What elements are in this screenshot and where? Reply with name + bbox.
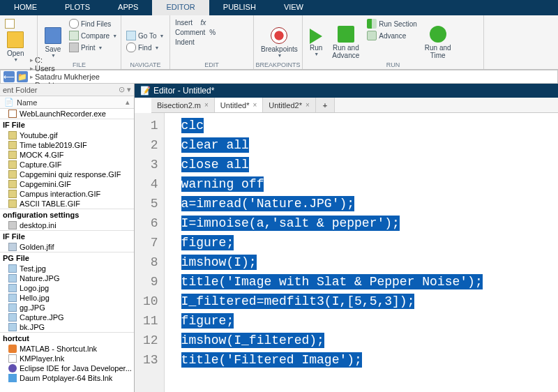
file-item[interactable]: Capture.JPG [0,312,134,322]
find-button[interactable]: Find▼ [124,42,166,53]
code-line[interactable]: warning off [181,174,558,194]
code-line[interactable]: title('Filtered Image'); [181,350,558,370]
breakpoints-group-label: BREAKPOINTS [254,61,302,68]
code-line[interactable]: I_filtered=medfilt3(I,[5,5,3]); [181,292,558,311]
editor-tab[interactable]: Untitled2*× [263,98,316,112]
goto-button[interactable]: Go To▼ [124,30,166,41]
new-tab-button[interactable]: + [316,98,335,112]
path-up-icon[interactable]: 📁 [17,71,28,82]
file-item[interactable]: Capture.GIF [0,160,134,169]
file-icon [8,221,17,229]
tab-view[interactable]: VIEW [270,0,317,15]
editor-title-bar: 📝 Editor - Untitled* [135,84,558,98]
run-and-time-button[interactable]: Run and Time [421,17,455,68]
file-name: Nature.JPG [20,274,59,282]
code-line[interactable]: clear all [181,135,558,155]
code-line[interactable]: imshow(I); [181,252,558,272]
find-files-button[interactable]: Find Files [67,18,119,29]
path-back-icon[interactable]: ⟵ [3,71,15,82]
file-item[interactable]: Time table2019.GIF [0,140,134,150]
code-area[interactable]: 12345678910111213 clcclear allclose allw… [135,113,558,392]
file-icon [8,170,17,179]
file-item[interactable]: gg.JPG [0,303,134,312]
code-line[interactable]: figure; [181,311,558,331]
breakpoints-button[interactable]: Breakpoints▼ [257,17,302,68]
file-icon [8,264,17,273]
code-line[interactable]: figure; [181,233,558,252]
file-name: Golden.jfif [20,243,54,251]
file-name: bk.JPG [20,323,45,331]
file-icon [8,323,17,331]
code-line[interactable]: clc [181,116,558,135]
run-group-label: RUN [303,61,483,68]
panel-dropdown-icon[interactable]: ⊙ ▾ [119,85,131,94]
code-line[interactable]: imshow(I_filtered); [181,331,558,350]
file-group-header: IF File [0,119,134,130]
file-item[interactable]: desktop.ini [0,220,134,230]
file-name: desktop.ini [20,221,56,229]
indent-button[interactable]: Indent [173,38,218,47]
path-segment[interactable]: ▸ Satadru Mukherjee [30,73,100,81]
code-lines[interactable]: clcclear allclose allwarning offa=imread… [165,113,558,392]
file-icon [8,160,17,169]
current-folder-panel: ent Folder⊙ ▾ 📄 Name ▴ WebLaunchRecorder… [0,84,135,392]
file-group-header: onfiguration settings [0,209,134,220]
close-icon[interactable]: × [306,101,310,109]
run-and-advance-button[interactable]: Run and Advance [328,17,363,68]
close-icon[interactable]: × [252,101,257,109]
file-item[interactable]: Capgemini.GIF [0,179,134,189]
main-tabs: HOMEPLOTSAPPSEDITORPUBLISHVIEW [0,0,558,15]
file-item[interactable]: Test.jpg [0,264,134,273]
file-item[interactable]: WebLaunchRecorder.exe [0,109,134,119]
file-icon [8,294,17,302]
file-item[interactable]: Campus interaction.GIF [0,189,134,199]
code-line[interactable]: title('Image with Slat & Pepper Noise'); [181,272,558,292]
tab-editor[interactable]: EDITOR [152,0,209,15]
print-button[interactable]: Print▼ [67,42,119,53]
file-item[interactable]: MOCK 4.GIF [0,150,134,160]
code-line[interactable]: I=imnoise(a,'salt & pepper'); [181,213,558,233]
file-name: WebLaunchRecorder.exe [20,110,106,118]
insert-button[interactable]: Insert fx [173,18,218,27]
editor-tab[interactable]: Untitled*× [215,98,263,112]
file-item[interactable]: Capgemini quiz response.GIF [0,169,134,179]
path-bar[interactable]: ⟵ 📁 ▸ C: ▸ Users ▸ Satadru Mukherjee ▸ D… [0,70,558,84]
file-item[interactable]: KMPlayer.lnk [0,354,134,363]
tab-publish[interactable]: PUBLISH [209,0,270,15]
file-item[interactable]: Hello.jpg [0,293,134,303]
code-line[interactable]: close all [181,155,558,174]
file-item[interactable]: ASCII TABLE.GIF [0,199,134,209]
name-column-header[interactable]: 📄 Name ▴ [0,96,134,109]
open-button[interactable]: Open▼ [3,30,28,63]
file-name: Capture.JPG [20,313,64,322]
file-item[interactable]: Nature.JPG [0,273,134,283]
run-button[interactable]: Run▼ [306,17,326,68]
file-name: Test.jpg [20,264,46,273]
file-item[interactable]: Youtube.gif [0,130,134,140]
file-item[interactable]: Daum Potplayer-64 Bits.lnk [0,373,134,383]
file-group-label: FILE [38,61,121,68]
close-icon[interactable]: × [204,101,209,109]
file-item[interactable]: Eclipse IDE for Java Developer... [0,363,134,373]
tab-home[interactable]: HOME [0,0,51,15]
file-name: Logo.jpg [20,284,49,292]
file-icon [8,110,17,118]
comment-button[interactable]: Comment % [173,28,218,37]
save-button[interactable]: Save▼ [40,17,66,68]
run-section-button[interactable]: Run Section [365,18,418,29]
file-item[interactable]: bk.JPG [0,322,134,332]
file-item[interactable]: Golden.jfif [0,242,134,252]
file-item[interactable]: Logo.jpg [0,283,134,293]
tab-plots[interactable]: PLOTS [51,0,104,15]
tab-apps[interactable]: APPS [104,0,152,15]
advance-button[interactable]: Advance [365,30,418,41]
compare-button[interactable]: Compare▼ [67,30,119,41]
new-button[interactable] [3,18,28,29]
file-name: Hello.jpg [20,294,50,302]
file-group-header: hortcut [0,332,134,344]
code-line[interactable]: a=imread('Nature.JPG'); [181,194,558,213]
file-item[interactable]: MATLAB - Shortcut.lnk [0,344,134,354]
file-icon [8,345,17,353]
editor-tab[interactable]: Bisection2.m× [151,98,215,112]
file-icon [8,243,17,251]
